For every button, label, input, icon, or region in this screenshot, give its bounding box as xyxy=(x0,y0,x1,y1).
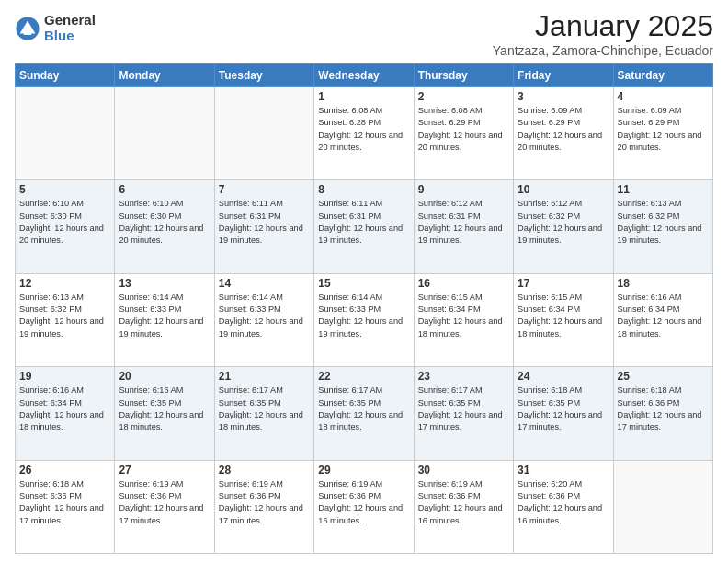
logo: General Blue xyxy=(15,13,96,43)
day-number: 31 xyxy=(518,464,609,477)
day-info: Sunrise: 6:19 AM Sunset: 6:36 PM Dayligh… xyxy=(219,478,310,527)
day-number: 16 xyxy=(418,277,509,290)
day-number: 23 xyxy=(418,370,509,383)
col-saturday: Saturday xyxy=(613,64,712,87)
table-row: 23Sunrise: 6:17 AM Sunset: 6:35 PM Dayli… xyxy=(414,367,513,460)
svg-rect-2 xyxy=(24,30,31,34)
table-row: 27Sunrise: 6:19 AM Sunset: 6:36 PM Dayli… xyxy=(115,460,214,553)
day-number: 25 xyxy=(618,370,709,383)
day-info: Sunrise: 6:15 AM Sunset: 6:34 PM Dayligh… xyxy=(518,292,609,340)
col-sunday: Sunday xyxy=(16,64,115,87)
col-thursday: Thursday xyxy=(414,64,513,87)
day-info: Sunrise: 6:08 AM Sunset: 6:29 PM Dayligh… xyxy=(418,105,509,154)
table-row xyxy=(115,87,214,180)
day-info: Sunrise: 6:18 AM Sunset: 6:36 PM Dayligh… xyxy=(618,385,709,433)
day-number: 26 xyxy=(19,464,110,477)
table-row: 3Sunrise: 6:09 AM Sunset: 6:29 PM Daylig… xyxy=(514,87,613,180)
day-number: 3 xyxy=(518,90,609,103)
table-row: 6Sunrise: 6:10 AM Sunset: 6:30 PM Daylig… xyxy=(115,180,214,273)
day-info: Sunrise: 6:09 AM Sunset: 6:29 PM Dayligh… xyxy=(618,105,709,154)
day-info: Sunrise: 6:13 AM Sunset: 6:32 PM Dayligh… xyxy=(19,292,110,340)
table-row: 5Sunrise: 6:10 AM Sunset: 6:30 PM Daylig… xyxy=(16,180,115,273)
month-title: January 2025 xyxy=(493,9,713,43)
table-row: 16Sunrise: 6:15 AM Sunset: 6:34 PM Dayli… xyxy=(414,273,513,366)
day-info: Sunrise: 6:14 AM Sunset: 6:33 PM Dayligh… xyxy=(119,292,210,340)
day-number: 27 xyxy=(119,464,210,477)
day-number: 14 xyxy=(219,277,310,290)
table-row: 22Sunrise: 6:17 AM Sunset: 6:35 PM Dayli… xyxy=(314,367,414,460)
table-row: 15Sunrise: 6:14 AM Sunset: 6:33 PM Dayli… xyxy=(314,273,414,366)
title-section: January 2025 Yantzaza, Zamora-Chinchipe,… xyxy=(493,9,713,58)
day-number: 17 xyxy=(518,277,609,290)
logo-blue-text: Blue xyxy=(44,29,96,44)
day-info: Sunrise: 6:11 AM Sunset: 6:31 PM Dayligh… xyxy=(219,198,310,247)
col-tuesday: Tuesday xyxy=(214,64,313,87)
day-info: Sunrise: 6:15 AM Sunset: 6:34 PM Dayligh… xyxy=(418,292,509,340)
calendar-week-row: 1Sunrise: 6:08 AM Sunset: 6:28 PM Daylig… xyxy=(16,87,713,180)
table-row: 14Sunrise: 6:14 AM Sunset: 6:33 PM Dayli… xyxy=(214,273,313,366)
table-row: 24Sunrise: 6:18 AM Sunset: 6:35 PM Dayli… xyxy=(514,367,613,460)
day-info: Sunrise: 6:09 AM Sunset: 6:29 PM Dayligh… xyxy=(518,105,609,154)
table-row xyxy=(214,87,313,180)
calendar-week-row: 5Sunrise: 6:10 AM Sunset: 6:30 PM Daylig… xyxy=(16,180,713,273)
calendar-header-row: Sunday Monday Tuesday Wednesday Thursday… xyxy=(16,64,713,87)
day-info: Sunrise: 6:18 AM Sunset: 6:36 PM Dayligh… xyxy=(19,478,110,527)
day-info: Sunrise: 6:16 AM Sunset: 6:34 PM Dayligh… xyxy=(19,385,110,433)
table-row: 29Sunrise: 6:19 AM Sunset: 6:36 PM Dayli… xyxy=(314,460,414,553)
day-info: Sunrise: 6:17 AM Sunset: 6:35 PM Dayligh… xyxy=(418,385,509,433)
day-info: Sunrise: 6:12 AM Sunset: 6:32 PM Dayligh… xyxy=(518,198,609,247)
day-info: Sunrise: 6:10 AM Sunset: 6:30 PM Dayligh… xyxy=(119,198,210,247)
table-row: 21Sunrise: 6:17 AM Sunset: 6:35 PM Dayli… xyxy=(214,367,313,460)
table-row: 31Sunrise: 6:20 AM Sunset: 6:36 PM Dayli… xyxy=(514,460,613,553)
day-number: 4 xyxy=(618,90,709,103)
table-row xyxy=(16,87,115,180)
day-info: Sunrise: 6:10 AM Sunset: 6:30 PM Dayligh… xyxy=(19,198,110,247)
table-row: 9Sunrise: 6:12 AM Sunset: 6:31 PM Daylig… xyxy=(414,180,513,273)
day-number: 13 xyxy=(119,277,210,290)
table-row: 12Sunrise: 6:13 AM Sunset: 6:32 PM Dayli… xyxy=(16,273,115,366)
day-info: Sunrise: 6:19 AM Sunset: 6:36 PM Dayligh… xyxy=(418,478,509,527)
table-row: 11Sunrise: 6:13 AM Sunset: 6:32 PM Dayli… xyxy=(613,180,712,273)
table-row: 30Sunrise: 6:19 AM Sunset: 6:36 PM Dayli… xyxy=(414,460,513,553)
day-number: 18 xyxy=(618,277,709,290)
table-row: 8Sunrise: 6:11 AM Sunset: 6:31 PM Daylig… xyxy=(314,180,414,273)
day-number: 30 xyxy=(418,464,509,477)
day-number: 24 xyxy=(518,370,609,383)
calendar-week-row: 19Sunrise: 6:16 AM Sunset: 6:34 PM Dayli… xyxy=(16,367,713,460)
calendar-table: Sunday Monday Tuesday Wednesday Thursday… xyxy=(15,63,713,554)
table-row: 18Sunrise: 6:16 AM Sunset: 6:34 PM Dayli… xyxy=(613,273,712,366)
day-info: Sunrise: 6:19 AM Sunset: 6:36 PM Dayligh… xyxy=(318,478,409,527)
table-row: 7Sunrise: 6:11 AM Sunset: 6:31 PM Daylig… xyxy=(214,180,313,273)
table-row: 28Sunrise: 6:19 AM Sunset: 6:36 PM Dayli… xyxy=(214,460,313,553)
day-number: 21 xyxy=(219,370,310,383)
day-number: 9 xyxy=(418,183,509,196)
day-number: 2 xyxy=(418,90,509,103)
day-number: 15 xyxy=(318,277,409,290)
day-info: Sunrise: 6:11 AM Sunset: 6:31 PM Dayligh… xyxy=(318,198,409,247)
table-row: 25Sunrise: 6:18 AM Sunset: 6:36 PM Dayli… xyxy=(613,367,712,460)
table-row: 4Sunrise: 6:09 AM Sunset: 6:29 PM Daylig… xyxy=(613,87,712,180)
table-row: 1Sunrise: 6:08 AM Sunset: 6:28 PM Daylig… xyxy=(314,87,414,180)
table-row: 17Sunrise: 6:15 AM Sunset: 6:34 PM Dayli… xyxy=(514,273,613,366)
day-number: 1 xyxy=(318,90,409,103)
day-info: Sunrise: 6:12 AM Sunset: 6:31 PM Dayligh… xyxy=(418,198,509,247)
page-header: General Blue January 2025 Yantzaza, Zamo… xyxy=(15,9,713,58)
day-number: 22 xyxy=(318,370,409,383)
day-info: Sunrise: 6:08 AM Sunset: 6:28 PM Dayligh… xyxy=(318,105,409,154)
calendar-week-row: 26Sunrise: 6:18 AM Sunset: 6:36 PM Dayli… xyxy=(16,460,713,553)
day-number: 12 xyxy=(19,277,110,290)
col-wednesday: Wednesday xyxy=(314,64,414,87)
logo-icon xyxy=(15,16,40,41)
calendar-week-row: 12Sunrise: 6:13 AM Sunset: 6:32 PM Dayli… xyxy=(16,273,713,366)
day-info: Sunrise: 6:13 AM Sunset: 6:32 PM Dayligh… xyxy=(618,198,709,247)
day-info: Sunrise: 6:17 AM Sunset: 6:35 PM Dayligh… xyxy=(219,385,310,433)
day-info: Sunrise: 6:14 AM Sunset: 6:33 PM Dayligh… xyxy=(219,292,310,340)
day-number: 19 xyxy=(19,370,110,383)
table-row: 20Sunrise: 6:16 AM Sunset: 6:35 PM Dayli… xyxy=(115,367,214,460)
table-row: 10Sunrise: 6:12 AM Sunset: 6:32 PM Dayli… xyxy=(514,180,613,273)
day-number: 29 xyxy=(318,464,409,477)
col-friday: Friday xyxy=(514,64,613,87)
day-info: Sunrise: 6:16 AM Sunset: 6:35 PM Dayligh… xyxy=(119,385,210,433)
day-info: Sunrise: 6:18 AM Sunset: 6:35 PM Dayligh… xyxy=(518,385,609,433)
day-number: 7 xyxy=(219,183,310,196)
